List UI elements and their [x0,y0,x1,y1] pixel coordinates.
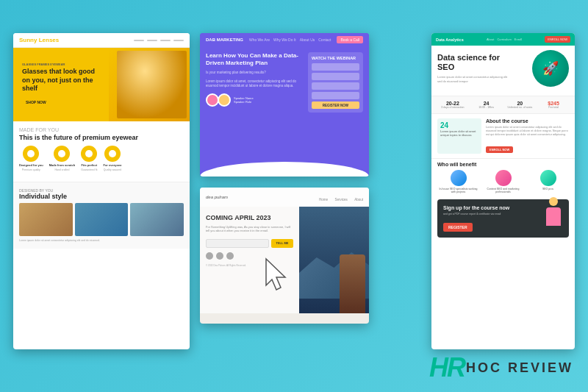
ds-nav-3: Enroll [514,38,522,41]
sl-icon-item-2: Made from scratch Hand crafted [49,146,76,171]
ds-register-btn[interactable]: REGISTER [443,223,473,232]
ds-stat-val-3: 20 [517,101,523,106]
sl-icon-circle-1 [23,146,39,162]
sl-section1: MADE FOR YOU This is the future of premi… [13,121,190,182]
ds-who-avatar-3 [540,170,556,186]
ds-stats-bar: 20-22 3 days of interaction 24 10:00 - 1… [431,96,575,114]
ds-about-row: 24 Lorem ipsum dolor sit amet unique top… [437,118,569,154]
mkt-input-4[interactable] [312,92,359,99]
sl-icon-item-4: For everyone Quality assured [103,146,121,171]
ds-header-btn[interactable]: ENROLL NOW [545,36,570,43]
sl-hero-eyebrow: GLASSES FRAMES EYEWEAR [22,63,181,66]
sl-icon-label-4: For everyone [103,163,121,167]
preview-coming-soon: dea pulram Home Services About COMING AP… [200,188,369,324]
sl-icon-desc-1: Premium quality [22,168,40,171]
sl-icon-label-1: Designed for you [19,163,43,167]
ds-rocket-icon: 🚀 [532,50,569,87]
mkt-headline: Learn How You Can Make a Data-Driven Mar… [206,52,302,68]
sl-section1-headline: This is the future of premium eyewear [19,134,184,141]
mkt-subtext: Is your marketing plan delivering result… [206,71,302,75]
ds-who-item-1: In-house SEO specialists working with pr… [437,170,479,193]
ds-stat-val-1: 20-22 [446,101,459,106]
ds-stat-label-3: Unlimited no. of seats [508,106,533,109]
ds-who-avatar-1 [451,170,467,186]
sl-section2-headline: Individual style [19,193,184,200]
ds-about-right: About the course Lorem ipsum dolor sit a… [486,118,569,154]
preview-marketing: DAB MARKETING Who We Are Why We Do It Ab… [200,33,369,177]
sl-nav-4 [173,40,184,41]
sl-logo: Sunny Lenses [19,37,59,43]
ds-cta-text: and get a PDF course report & certificat… [443,213,521,215]
logo-text: HOC REVIEW [466,360,573,376]
ds-stat-label-2: 10:00 - 18hrs [478,106,494,109]
cs-right-image [299,207,369,313]
sl-icon-label-2: Made from scratch [49,163,76,167]
sl-icon-circle-3 [81,146,97,162]
cs-social-ig[interactable] [226,252,234,260]
mkt-nav-4: Contact [318,38,331,42]
sl-thumb-2 [75,203,129,236]
cs-person [340,254,365,313]
sl-icons-row: Designed for you Premium quality Made fr… [19,146,184,171]
logo-hr: HR [429,352,465,383]
ds-about-section: 24 Lorem ipsum dolor sit amet unique top… [431,114,575,158]
ds-who-label-2: Content SEO and marketing professionals [482,188,524,193]
ds-stat-seats: 20 Unlimited no. of seats [505,101,536,109]
ds-stat-hours: 24 10:00 - 18hrs [471,101,502,109]
mkt-logo: DAB MARKETING [206,38,243,42]
ds-cta-section: Sign up for the course now and get a PDF… [437,199,569,238]
mkt-left-col: Learn How You Can Make a Data-Driven Mar… [206,52,302,113]
sl-icon-circle-2 [54,146,70,162]
cs-body-text: For Something Uplifting was, As you stay… [206,225,293,233]
sl-thumb-3 [130,203,184,236]
mkt-submit-btn[interactable]: REGISTER NOW [312,101,359,109]
sl-nav-3 [160,40,171,41]
sl-icon-desc-2: Hand crafted [54,168,69,171]
ds-about-num: 24 [440,121,478,129]
sl-icon-desc-3: Guaranteed fit [81,168,97,171]
sl-nav-2 [147,40,157,41]
ds-who-label-3: SEO pros [542,188,553,190]
ds-stat-label-4: Fee total [548,106,559,109]
ds-who-items: In-house SEO specialists working with pr… [437,170,569,193]
sl-hero-btn[interactable]: SHOP NOW [22,99,50,106]
svg-marker-0 [266,259,285,290]
mkt-input-1[interactable] [312,63,359,71]
ds-who-avatar-2 [495,170,512,186]
ds-about-box: 24 Lorem ipsum dolor sit amet unique top… [437,118,481,154]
ds-cta-content: Sign up for the course now and get a PDF… [443,205,521,232]
cs-social-fb[interactable] [216,252,223,260]
mkt-form-panel: WATCH THE WEBINAR REGISTER NOW [308,52,363,113]
ds-stat-val-2: 24 [484,101,490,106]
sl-section2: DESIGNED BY YOU Individual style Lorem i… [13,182,190,249]
ds-header: Data Analytics About Curriculum Enroll E… [431,33,575,46]
mkt-header: DAB MARKETING Who We Are Why We Do It Ab… [200,33,369,46]
mkt-wave [200,162,369,177]
ds-cta-illustration [540,197,566,238]
ds-who-item-2: Content SEO and marketing professionals [482,170,524,193]
ds-illus-body [546,207,561,226]
ds-hero-p: Lorem ipsum dolor sit amet consectetur a… [437,75,509,83]
cs-form-btn[interactable]: TELL ME [271,239,293,248]
cs-social-twitter[interactable] [206,252,213,260]
cs-form-btn-label: TELL ME [276,241,288,245]
ds-stat-price-val: $245 [548,101,559,106]
mkt-nav-1: Who We Are [249,38,270,42]
ds-stat-label-1: 3 days of interaction [441,106,464,109]
ds-who-section: Who will benefit In-house SEO specialist… [431,158,575,196]
cs-logo: dea pulram [206,195,228,199]
cs-email-input[interactable] [206,239,269,248]
mkt-nav: Who We Are Why We Do It About Us Contact [249,38,331,42]
mkt-form-title: WATCH THE WEBINAR [312,56,359,60]
mkt-name-2: Speaker Role [234,100,254,104]
mkt-header-btn[interactable]: Book a Call [337,36,363,43]
mkt-avatar-2-wrap [218,93,231,107]
ds-nav-2: Curriculum [497,38,511,41]
mkt-input-3[interactable] [312,82,359,90]
mkt-input-2[interactable] [312,73,359,80]
cs-headline: COMING APRIL 2023 [206,214,293,222]
sl-hero: GLASSES FRAMES EYEWEAR Glasses that look… [13,48,190,121]
cs-nav-1: Home [319,198,328,202]
cs-header: dea pulram Home Services About [200,188,369,207]
ds-course-btn[interactable]: ENROLL NOW [486,146,513,153]
